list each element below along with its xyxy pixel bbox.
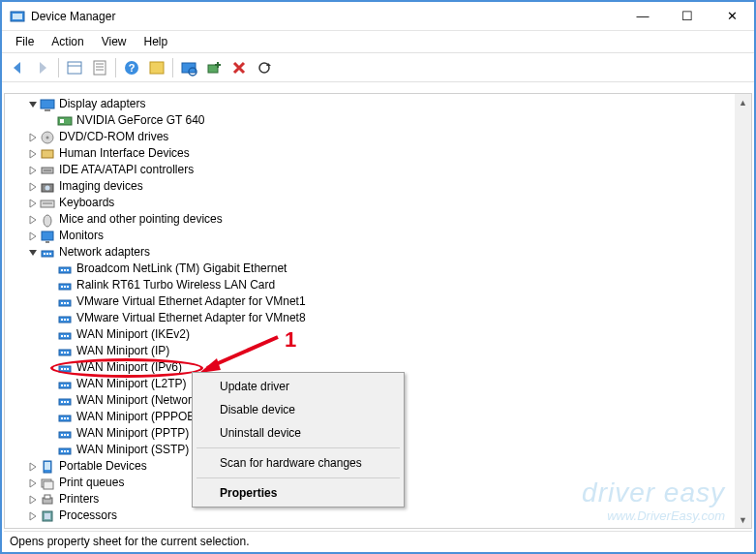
- maximize-button[interactable]: ☐: [665, 2, 710, 31]
- tree-item[interactable]: Monitors: [5, 228, 751, 244]
- chevron-right-icon[interactable]: [26, 493, 40, 507]
- ide-icon: [40, 163, 55, 178]
- context-menu-disable-device[interactable]: Disable device: [195, 398, 402, 421]
- context-menu-scan-for-hardware-changes[interactable]: Scan for hardware changes: [195, 451, 402, 475]
- chevron-right-icon[interactable]: [26, 230, 40, 243]
- svg-rect-82: [61, 401, 63, 403]
- tree-item-label: WAN Miniport (IP): [76, 343, 169, 359]
- tree-item-label: Display adapters: [59, 96, 145, 112]
- toolbar-scan-button[interactable]: [177, 56, 200, 79]
- tree-item-label: Processors: [59, 508, 117, 524]
- gpu-icon: [57, 113, 73, 129]
- context-menu-uninstall-device[interactable]: Uninstall device: [195, 421, 402, 445]
- tree-item[interactable]: Ralink RT61 Turbo Wireless LAN Card: [5, 277, 751, 293]
- svg-rect-1: [13, 14, 22, 19]
- camera-icon: [40, 179, 55, 195]
- mouse-icon: [40, 212, 55, 228]
- chevron-right-icon[interactable]: [26, 147, 40, 161]
- toolbar-action-center-button[interactable]: [145, 56, 168, 79]
- tree-item-label: WAN Miniport (IKEv2): [76, 326, 190, 343]
- tree-item[interactable]: Human Interface Devices: [5, 145, 751, 162]
- tree-item-label: Print queues: [59, 475, 124, 491]
- context-menu-properties[interactable]: Properties: [195, 481, 402, 505]
- chevron-right-icon[interactable]: [26, 180, 40, 194]
- toolbar-show-hidden-button[interactable]: [63, 56, 86, 79]
- toolbar-add-legacy-button[interactable]: [202, 56, 226, 79]
- tree-expander-none: [44, 295, 57, 309]
- net-icon: [57, 393, 73, 409]
- chevron-right-icon[interactable]: [26, 131, 40, 144]
- svg-marker-41: [30, 232, 36, 240]
- tree-item-label: Keyboards: [59, 195, 114, 211]
- tree-expander-none: [44, 312, 57, 325]
- svg-marker-36: [30, 200, 36, 207]
- tree-item[interactable]: IDE ATA/ATAPI controllers: [5, 162, 751, 178]
- chevron-down-icon[interactable]: [26, 246, 40, 260]
- tree-item[interactable]: WAN Miniport (IP): [5, 343, 751, 359]
- tree-expander-none: [44, 394, 57, 408]
- svg-marker-20: [29, 102, 37, 108]
- tree-item-label: WAN Miniport (L2TP): [76, 376, 187, 392]
- chevron-down-icon[interactable]: [26, 98, 40, 111]
- chevron-right-icon[interactable]: [26, 509, 40, 523]
- menu-action[interactable]: Action: [44, 33, 91, 50]
- svg-rect-55: [64, 286, 66, 288]
- tree-item[interactable]: Broadcom NetLink (TM) Gigabit Ethernet: [5, 261, 751, 277]
- close-button[interactable]: ✕: [710, 2, 754, 31]
- tree-item-label: WAN Miniport (SSTP): [76, 442, 189, 458]
- svg-rect-102: [44, 481, 53, 489]
- svg-rect-91: [64, 434, 66, 436]
- minimize-button[interactable]: —: [620, 2, 665, 31]
- tree-item-label: Ralink RT61 Turbo Wireless LAN Card: [76, 277, 275, 293]
- tree-item-label: IDE ATA/ATAPI controllers: [59, 162, 194, 178]
- net-icon: [57, 426, 73, 442]
- chevron-right-icon[interactable]: [26, 213, 40, 227]
- tree-expander-none: [44, 328, 57, 342]
- svg-rect-71: [64, 352, 66, 354]
- vertical-scrollbar[interactable]: ▲ ▼: [735, 94, 751, 528]
- tree-item-label: Broadcom NetLink (TM) Gigabit Ethernet: [76, 261, 287, 277]
- tree-item[interactable]: Keyboards: [5, 195, 751, 211]
- tree-expander-none: [44, 279, 57, 292]
- window-title: Device Manager: [31, 10, 115, 23]
- scroll-down-button[interactable]: ▼: [735, 511, 751, 528]
- scroll-up-button[interactable]: ▲: [735, 94, 751, 110]
- toolbar-forward-button[interactable]: [31, 56, 54, 79]
- tree-item[interactable]: NVIDIA GeForce GT 640: [5, 112, 751, 129]
- chevron-right-icon[interactable]: [26, 460, 40, 474]
- toolbar-back-button[interactable]: [6, 56, 29, 79]
- tree-expander-none: [44, 444, 57, 457]
- chevron-right-icon[interactable]: [26, 197, 40, 210]
- svg-rect-12: [150, 62, 164, 74]
- tree-item[interactable]: Network adapters: [5, 244, 751, 261]
- svg-rect-95: [64, 450, 66, 452]
- svg-rect-58: [61, 302, 63, 304]
- chevron-right-icon[interactable]: [26, 477, 40, 490]
- net-icon: [57, 344, 73, 359]
- tree-item[interactable]: Processors: [5, 508, 751, 524]
- menu-file[interactable]: File: [8, 33, 42, 50]
- tree-item[interactable]: DVD/CD-ROM drives: [5, 129, 751, 145]
- toolbar-help-button[interactable]: ?: [120, 56, 143, 79]
- tree-item[interactable]: VMware Virtual Ethernet Adapter for VMne…: [5, 310, 751, 326]
- tree-item-label: VMware Virtual Ethernet Adapter for VMne…: [76, 293, 306, 310]
- svg-marker-97: [30, 463, 36, 471]
- context-menu-update-driver[interactable]: Update driver: [195, 375, 402, 398]
- svg-rect-50: [61, 269, 63, 271]
- net-icon: [57, 327, 73, 343]
- svg-marker-30: [30, 167, 36, 174]
- menu-view[interactable]: View: [94, 33, 135, 50]
- svg-rect-24: [60, 119, 64, 123]
- tree-item[interactable]: Mice and other pointing devices: [5, 211, 751, 228]
- tree-item[interactable]: VMware Virtual Ethernet Adapter for VMne…: [5, 293, 751, 310]
- svg-marker-106: [30, 512, 36, 520]
- toolbar-refresh-button[interactable]: [253, 56, 276, 79]
- toolbar-remove-button[interactable]: [227, 56, 251, 79]
- menu-help[interactable]: Help: [136, 33, 176, 50]
- chevron-right-icon[interactable]: [26, 164, 40, 177]
- tree-expander-none: [44, 114, 57, 128]
- tree-item[interactable]: Imaging devices: [5, 178, 751, 195]
- toolbar-properties-button[interactable]: [88, 56, 111, 79]
- tree-item[interactable]: WAN Miniport (IKEv2): [5, 326, 751, 343]
- tree-item[interactable]: Display adapters: [5, 96, 751, 112]
